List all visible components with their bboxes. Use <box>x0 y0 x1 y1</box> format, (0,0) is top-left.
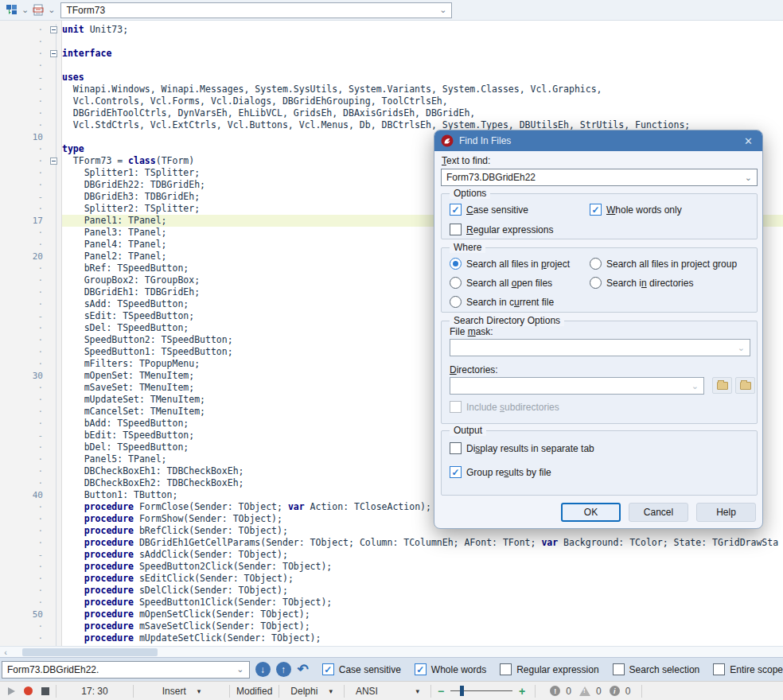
browse-directories-button[interactable] <box>735 377 755 394</box>
gutter-cell[interactable]: · <box>0 454 49 465</box>
checkbox-include-subdirectories[interactable]: Include subdirectories <box>450 401 559 413</box>
restart-search-icon[interactable]: ↶ <box>298 663 309 676</box>
code-line[interactable]: · DBGridEhToolCtrls, DynVarsEh, EhLibVCL… <box>0 107 783 119</box>
find-next-button[interactable]: ↓ <box>255 662 271 677</box>
cancel-button[interactable]: Cancel <box>629 503 688 522</box>
gutter-cell[interactable]: · <box>0 228 49 238</box>
code-line[interactable]: - procedure sAddClick(Sender: TObject); <box>0 549 783 561</box>
checkbox-display-results-separate-tab[interactable]: Display results in separate tab <box>450 442 594 454</box>
checkbox-whole-words-only[interactable]: Whole words only <box>590 204 682 216</box>
gutter-cell[interactable]: - <box>0 192 49 202</box>
dialog-titlebar[interactable]: Find In Files ✕ <box>434 130 762 151</box>
gutter-cell[interactable]: · <box>0 574 49 584</box>
gutter-cell[interactable]: · <box>0 383 49 393</box>
zoom-out-icon[interactable]: − <box>438 685 444 698</box>
code-line[interactable]: · procedure mSaveSetClick(Sender: TObjec… <box>0 620 783 632</box>
code-line[interactable]: · Winapi.Windows, Winapi.Messages, Syste… <box>0 84 783 95</box>
radio-search-all-files-in-project-group[interactable]: Search all files in project group <box>590 258 737 270</box>
gutter-cell[interactable]: 17 <box>0 216 49 226</box>
gutter-cell[interactable]: · <box>0 347 49 357</box>
radio-search-all-files-in-project[interactable]: Search all files in project <box>450 258 570 270</box>
gutter-cell[interactable]: · <box>0 335 49 345</box>
gutter-cell[interactable]: · <box>0 538 49 548</box>
language-selector[interactable]: Delphi▾ <box>286 686 337 697</box>
fold-collapse-icon[interactable] <box>50 26 57 33</box>
code-line[interactable]: · <box>0 36 783 48</box>
gutter-cell[interactable]: · <box>0 406 49 417</box>
code-line[interactable]: · procedure sEditClick(Sender: TObject); <box>0 573 783 585</box>
help-button[interactable]: Help <box>696 503 756 522</box>
gutter-cell[interactable]: · <box>0 323 49 333</box>
gutter-cell[interactable]: · <box>0 204 49 214</box>
gutter-cell[interactable]: · <box>0 180 49 190</box>
gutter-cell[interactable]: · <box>0 299 49 309</box>
gutter-cell[interactable]: 50 <box>0 609 49 620</box>
gutter-cell[interactable]: 10 <box>0 132 49 142</box>
code-line[interactable]: · <box>0 60 783 72</box>
gutter-cell[interactable]: · <box>0 108 49 119</box>
gutter-cell[interactable]: - <box>0 72 49 83</box>
gutter-cell[interactable]: 40 <box>0 490 49 500</box>
gutter-cell[interactable]: · <box>0 562 49 572</box>
gutter-cell[interactable]: - <box>0 550 49 560</box>
code-line[interactable]: · procedure sDelClick(Sender: TObject); <box>0 585 783 597</box>
gutter-cell[interactable]: · <box>0 466 49 476</box>
gutter-cell[interactable]: · <box>0 25 49 35</box>
checkbox-case-sensitive[interactable]: Case sensitive <box>450 204 528 216</box>
gutter-cell[interactable]: - <box>0 430 49 441</box>
scroll-left-icon[interactable]: ‹ <box>0 648 11 657</box>
gutter-cell[interactable]: - <box>0 311 49 321</box>
print-icon[interactable] <box>31 3 45 18</box>
gutter-cell[interactable]: · <box>0 263 49 274</box>
gutter-cell[interactable]: · <box>0 49 49 59</box>
play-icon[interactable] <box>8 687 15 695</box>
gutter-cell[interactable]: · <box>0 287 49 298</box>
directories-combo[interactable]: ⌄ <box>450 377 704 395</box>
gutter-cell[interactable]: · <box>0 144 49 154</box>
encoding-selector[interactable]: ANSI▾ <box>351 686 424 697</box>
gutter-cell[interactable]: · <box>0 478 49 488</box>
code-line[interactable]: -uses <box>0 72 783 84</box>
file-mask-combo[interactable]: ⌄ <box>450 339 750 356</box>
windows-icon[interactable] <box>5 3 19 18</box>
code-line[interactable]: · procedure SpeedButton2Click(Sender: TO… <box>0 561 783 573</box>
gutter-cell[interactable]: · <box>0 633 49 644</box>
search-input-combo[interactable]: Form73.DBGridEh22. ⌄ <box>2 661 250 679</box>
checkbox-entire-scope[interactable]: Entire scope <box>713 663 783 675</box>
zoom-slider-thumb[interactable] <box>460 686 464 696</box>
gutter-cell[interactable]: · <box>0 96 49 107</box>
gutter-cell[interactable]: · <box>0 418 49 429</box>
close-icon[interactable]: ✕ <box>741 135 756 147</box>
zoom-in-icon[interactable]: + <box>519 685 525 698</box>
code-line[interactable]: · procedure mUpdateSetClick(Sender: TObj… <box>0 632 783 644</box>
chevron-down-icon[interactable]: ⌄ <box>19 6 31 14</box>
text-to-find-combo[interactable]: Form73.DBGridEh22 ⌄ <box>441 169 758 186</box>
ok-button[interactable]: OK <box>561 503 621 522</box>
gutter-cell[interactable]: · <box>0 526 49 536</box>
gutter-cell[interactable]: · <box>0 37 49 47</box>
chevron-down-icon[interactable]: ⌄ <box>45 6 57 14</box>
zoom-slider[interactable] <box>450 690 512 691</box>
code-line[interactable]: ·unit Unit73; <box>0 24 783 36</box>
gutter-cell[interactable]: 20 <box>0 251 49 262</box>
code-line[interactable]: ·interface <box>0 48 783 60</box>
gutter-cell[interactable]: · <box>0 502 49 512</box>
code-line[interactable]: · procedure SpeedButton1Click(Sender: TO… <box>0 597 783 609</box>
horizontal-scrollbar[interactable]: ‹ <box>0 646 783 657</box>
browse-directory-button[interactable] <box>712 377 732 394</box>
gutter-cell[interactable]: · <box>0 597 49 608</box>
class-selector-combo[interactable]: TForm73 ⌄ <box>60 2 452 18</box>
find-previous-button[interactable]: ↑ <box>276 662 291 677</box>
gutter-cell[interactable]: · <box>0 239 49 250</box>
code-line[interactable]: 50 procedure mOpenSetClick(Sender: TObje… <box>0 609 783 620</box>
gutter-cell[interactable]: · <box>0 442 49 453</box>
checkbox-regular-expressions[interactable]: Regular expressions <box>450 224 553 235</box>
gutter-cell[interactable]: 30 <box>0 371 49 381</box>
gutter-cell[interactable]: · <box>0 275 49 286</box>
checkbox-search-selection[interactable]: Search selection <box>613 663 700 675</box>
record-icon[interactable] <box>24 686 33 695</box>
checkbox-search-case-sensitive[interactable]: Case sensitive <box>322 663 401 675</box>
gutter-cell[interactable]: · <box>0 621 49 632</box>
fold-collapse-icon[interactable] <box>50 158 57 165</box>
gutter-cell[interactable]: · <box>0 168 49 178</box>
